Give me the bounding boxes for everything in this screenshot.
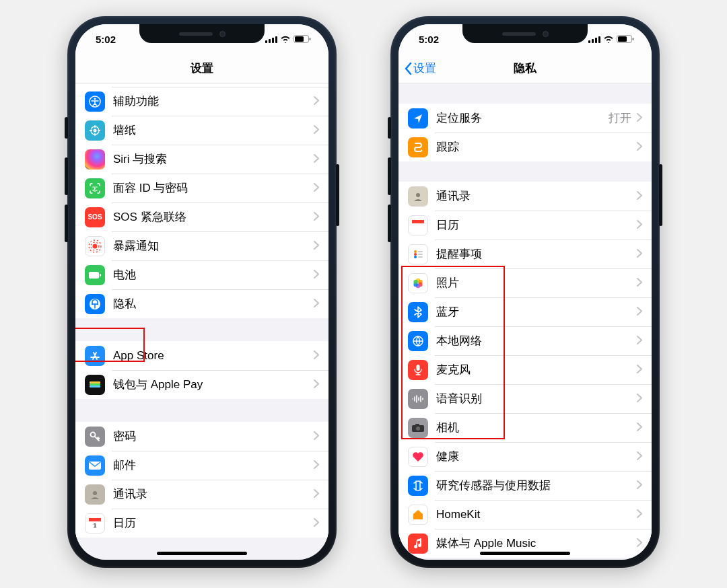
row-calendar[interactable]: 1 日历 (75, 509, 328, 538)
home-indicator[interactable] (480, 552, 570, 555)
notch (462, 24, 588, 43)
row-faceid[interactable]: 面容 ID 与密码 (75, 174, 328, 203)
row-label: App Store (113, 349, 308, 363)
localnet-icon (408, 331, 428, 351)
svg-point-59 (416, 427, 420, 431)
svg-rect-35 (595, 38, 597, 43)
key-icon (85, 427, 105, 447)
row-calendar[interactable]: 日历 (399, 211, 652, 240)
row-siri[interactable]: Siri 与搜索 (75, 145, 328, 174)
chevron-right-icon (314, 517, 319, 529)
row-wallet[interactable]: 钱包与 Apple Pay (75, 370, 328, 399)
chevron-right-icon (314, 211, 319, 223)
row-photos[interactable]: 照片 (399, 268, 652, 297)
row-label: HomeKit (436, 508, 631, 521)
row-camera[interactable]: 相机 (399, 413, 652, 442)
chevron-right-icon (637, 480, 642, 492)
settings-section: 主屏幕 辅助功能 (75, 83, 328, 318)
row-bluetooth[interactable]: 蓝牙 (399, 297, 652, 326)
row-label: 媒体与 Apple Music (436, 536, 631, 551)
svg-rect-39 (633, 38, 634, 40)
svg-rect-48 (418, 256, 423, 258)
row-label: 提醒事项 (436, 246, 631, 262)
svg-rect-41 (412, 220, 424, 223)
row-label: 日历 (436, 217, 631, 233)
row-health[interactable]: 健康 (399, 442, 652, 471)
svg-rect-24 (90, 383, 100, 385)
chevron-right-icon (637, 364, 642, 376)
svg-point-45 (414, 256, 417, 258)
svg-point-16 (96, 186, 98, 188)
row-label: 研究传感器与使用数据 (436, 478, 631, 493)
calendar-icon: 1 (85, 513, 105, 534)
chevron-right-icon (637, 190, 642, 203)
svg-rect-21 (100, 274, 101, 277)
svg-rect-56 (417, 365, 420, 371)
row-exposure[interactable]: 暴露通知 (75, 231, 328, 260)
mail-icon (85, 455, 105, 476)
back-button[interactable]: 设置 (404, 61, 436, 76)
row-speech[interactable]: 语音识别 (399, 384, 652, 413)
settings-content[interactable]: 主屏幕 辅助功能 (75, 83, 328, 560)
svg-rect-20 (89, 272, 99, 279)
chevron-left-icon (404, 62, 412, 75)
svg-text:1: 1 (93, 522, 96, 529)
row-tracking[interactable]: 跟踪 (399, 133, 652, 161)
row-accessibility[interactable]: 辅助功能 (75, 87, 328, 116)
row-appstore[interactable]: App Store (75, 341, 328, 370)
microphone-icon (408, 360, 428, 380)
wallet-icon (85, 375, 105, 395)
battery-icon (617, 35, 634, 43)
calendar-icon (408, 215, 428, 235)
chevron-right-icon (637, 248, 642, 260)
back-label: 设置 (413, 61, 436, 76)
chevron-right-icon (637, 509, 642, 521)
row-sos[interactable]: SOS SOS 紧急联络 (75, 203, 328, 231)
svg-rect-3 (275, 36, 277, 43)
appstore-icon (85, 346, 105, 366)
row-microphone[interactable]: 麦克风 (399, 355, 652, 384)
row-label: 隐私 (113, 296, 308, 311)
chevron-right-icon (314, 460, 319, 472)
svg-point-12 (94, 98, 96, 100)
row-reminders[interactable]: 提醒事项 (399, 240, 652, 268)
row-label: 本地网络 (436, 333, 631, 348)
row-value: 打开 (609, 110, 631, 126)
svg-rect-38 (618, 36, 627, 42)
row-homekit[interactable]: HomeKit (399, 500, 652, 529)
cellular-icon (265, 36, 277, 43)
exposure-icon (85, 236, 105, 256)
row-battery[interactable]: 电池 (75, 260, 328, 289)
svg-rect-1 (269, 39, 271, 43)
row-passwords[interactable]: 密码 (75, 422, 328, 451)
row-label: 跟踪 (436, 139, 631, 155)
row-wallpaper[interactable]: 墙纸 (75, 116, 328, 145)
row-label: 辅助功能 (113, 94, 308, 109)
battery-icon (293, 35, 311, 43)
row-label: 健康 (436, 449, 631, 464)
bluetooth-icon (408, 302, 428, 322)
nav-bar: 设置 隐私 (399, 54, 652, 83)
nav-title: 隐私 (514, 61, 536, 76)
svg-point-44 (414, 253, 417, 256)
row-location[interactable]: 定位服务 打开 (399, 104, 652, 133)
svg-rect-5 (295, 36, 304, 42)
row-contacts[interactable]: 通讯录 (75, 480, 328, 509)
row-contacts[interactable]: 通讯录 (399, 182, 652, 211)
camera-icon (408, 418, 428, 438)
row-mail[interactable]: 邮件 (75, 451, 328, 480)
row-localnet[interactable]: 本地网络 (399, 326, 652, 355)
chevron-right-icon (637, 219, 642, 231)
svg-rect-47 (418, 254, 423, 255)
privacy-icon (85, 294, 105, 314)
chevron-right-icon (314, 298, 319, 310)
home-indicator[interactable] (157, 552, 247, 555)
speech-icon (408, 389, 428, 409)
privacy-content[interactable]: 定位服务 打开 跟踪 (399, 83, 652, 560)
chevron-right-icon (637, 451, 642, 463)
row-sensor[interactable]: 研究传感器与使用数据 (399, 471, 652, 500)
row-privacy[interactable]: 隐私 (75, 289, 328, 318)
faceid-icon (85, 178, 105, 198)
chevron-right-icon (314, 182, 319, 194)
svg-rect-2 (272, 38, 274, 43)
